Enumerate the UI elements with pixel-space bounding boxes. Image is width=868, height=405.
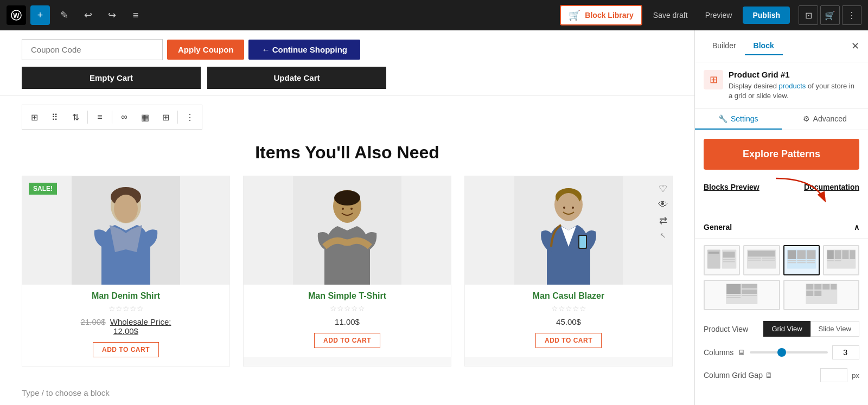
toolbar-align-button[interactable]: ≡ <box>90 107 110 127</box>
svg-rect-47 <box>834 250 841 260</box>
svg-rect-61 <box>814 284 821 290</box>
svg-rect-23 <box>709 252 719 254</box>
svg-rect-56 <box>726 295 741 296</box>
block-info-text: Product Grid #1 Display desired products… <box>729 70 859 101</box>
svg-rect-32 <box>748 260 761 261</box>
editor-content: Apply Coupon ← Continue Shopping Empty C… <box>0 30 694 405</box>
section-title: Items You'll Also Need <box>0 134 694 176</box>
block-info: ⊞ Product Grid #1 Display desired produc… <box>695 62 868 109</box>
tab-builder[interactable]: Builder <box>704 37 745 55</box>
block-library-button[interactable]: 🛒 Block Library <box>560 5 642 25</box>
compare-icon[interactable]: ⇄ <box>659 215 667 227</box>
table-icon: ⊞ <box>162 112 169 123</box>
empty-cart-button[interactable]: Empty Cart <box>22 67 201 89</box>
svg-rect-53 <box>726 284 741 294</box>
original-price-1: 21.00$ <box>81 317 106 326</box>
block-toolbar: ⊞ ⠿ ⇅ ≡ ∞ ▦ ⊞ <box>22 105 202 130</box>
layout-thumb-6[interactable] <box>783 280 860 310</box>
svg-point-17 <box>557 193 580 221</box>
svg-rect-43 <box>806 260 815 261</box>
preview-button[interactable]: Preview <box>699 8 739 23</box>
toolbar-divider-1 <box>87 111 88 124</box>
view-toggle-button[interactable]: ⊡ <box>799 5 818 25</box>
toolbar-grid-button[interactable]: ⊞ <box>24 107 44 127</box>
list-view-button[interactable]: ≡ <box>126 5 145 25</box>
save-draft-button[interactable]: Save draft <box>647 8 694 23</box>
redo-icon: ↪ <box>108 9 116 21</box>
product-price-3: 45.00$ <box>471 317 666 326</box>
product-info-2: Man Simple T-Shirt ☆☆☆☆☆ 11.00$ ADD TO C… <box>244 285 451 357</box>
blocks-preview-link[interactable]: Blocks Preview <box>704 183 760 191</box>
view-toggle-row: Product View Grid View Slide View <box>695 317 868 341</box>
image-icon: ▦ <box>141 112 149 123</box>
svg-rect-64 <box>806 291 813 296</box>
undo-button[interactable]: ↩ <box>78 5 98 25</box>
close-panel-button[interactable]: ✕ <box>851 40 859 52</box>
toolbar-arrows-button[interactable]: ⇅ <box>66 107 85 127</box>
svg-point-9 <box>334 190 360 205</box>
product-stars-1: ☆☆☆☆☆ <box>29 304 223 313</box>
columns-row: Columns 🖥 <box>695 341 868 364</box>
preview-icon[interactable]: 👁 <box>658 199 668 210</box>
svg-rect-44 <box>806 262 815 263</box>
continue-shopping-button[interactable]: ← Continue Shopping <box>248 40 360 60</box>
publish-button[interactable]: Publish <box>743 7 790 24</box>
add-to-cart-button-2[interactable]: ADD TO CART <box>314 333 380 348</box>
grid-view-button[interactable]: Grid View <box>763 321 810 337</box>
svg-rect-30 <box>748 251 775 257</box>
toolbar-link-button[interactable]: ∞ <box>114 107 134 127</box>
svg-rect-24 <box>709 255 719 256</box>
svg-rect-55 <box>742 290 757 294</box>
product-side-actions: ♡ 👁 ⇄ ↖ <box>658 183 668 240</box>
svg-rect-65 <box>814 291 821 296</box>
more-options-button[interactable]: ⋮ <box>842 5 861 25</box>
layout-thumb-3[interactable] <box>783 245 820 275</box>
advanced-gear-icon: ⚙ <box>803 114 810 123</box>
wishlist-icon[interactable]: ♡ <box>659 183 667 195</box>
coupon-code-input[interactable] <box>22 39 163 60</box>
toolbar-table-button[interactable]: ⊞ <box>156 107 175 127</box>
explore-patterns-button[interactable]: Explore Patterns <box>704 139 859 170</box>
block-desc-link[interactable]: products <box>779 82 806 90</box>
view-toggle-buttons: Grid View Slide View <box>763 321 859 337</box>
editor-area: Apply Coupon ← Continue Shopping Empty C… <box>0 30 694 405</box>
redo-button[interactable]: ↪ <box>102 5 122 25</box>
wp-logo[interactable]: W <box>7 5 26 25</box>
wholesale-price-1: Wholesale Price: 12.00$ <box>110 317 171 336</box>
update-cart-button[interactable]: Update Cart <box>207 67 386 89</box>
toolbar-image-button[interactable]: ▦ <box>135 107 155 127</box>
tab-block[interactable]: Block <box>745 37 783 55</box>
cart-button[interactable]: 🛒 <box>820 5 840 25</box>
cursor-icon: ↖ <box>660 231 666 240</box>
columns-slider[interactable] <box>750 351 828 353</box>
add-block-button[interactable]: + <box>30 5 50 25</box>
column-gap-label: Column Grid Gap 🖥 <box>704 371 816 380</box>
svg-rect-49 <box>850 250 855 260</box>
product-grid-icon: ⊞ <box>710 74 718 86</box>
toolbar-dots-button[interactable]: ⠿ <box>45 107 65 127</box>
product-name-1: Man Denim Shirt <box>29 291 223 301</box>
add-to-cart-button-1[interactable]: ADD TO CART <box>93 342 159 357</box>
apply-coupon-button[interactable]: Apply Coupon <box>167 40 244 60</box>
edit-button[interactable]: ✎ <box>54 5 74 25</box>
column-gap-input[interactable] <box>820 368 847 382</box>
block-library-icon: 🛒 <box>569 9 580 21</box>
svg-rect-34 <box>762 260 775 261</box>
layout-thumb-4[interactable] <box>823 245 859 275</box>
slide-view-button[interactable]: Slide View <box>810 321 859 337</box>
product-image-3 <box>465 176 672 285</box>
topbar: W + ✎ ↩ ↪ ≡ 🛒 Block Library Save draft P… <box>0 0 868 30</box>
block-library-label: Block Library <box>585 11 633 20</box>
svg-rect-58 <box>742 295 757 296</box>
add-to-cart-button-3[interactable]: ADD TO CART <box>535 333 602 348</box>
undo-icon: ↩ <box>84 9 92 21</box>
advanced-tab[interactable]: ⚙ Advanced <box>782 109 869 130</box>
products-grid: SALE! <box>0 176 694 380</box>
columns-number-input[interactable] <box>832 345 859 359</box>
layout-thumb-5[interactable] <box>704 280 780 310</box>
settings-tab[interactable]: 🔧 Settings <box>695 109 782 130</box>
general-section-header[interactable]: General ∧ <box>695 216 868 239</box>
toolbar-more-button[interactable]: ⋮ <box>180 107 200 127</box>
layout-thumb-2[interactable] <box>743 245 780 275</box>
layout-thumb-1[interactable] <box>704 245 740 275</box>
